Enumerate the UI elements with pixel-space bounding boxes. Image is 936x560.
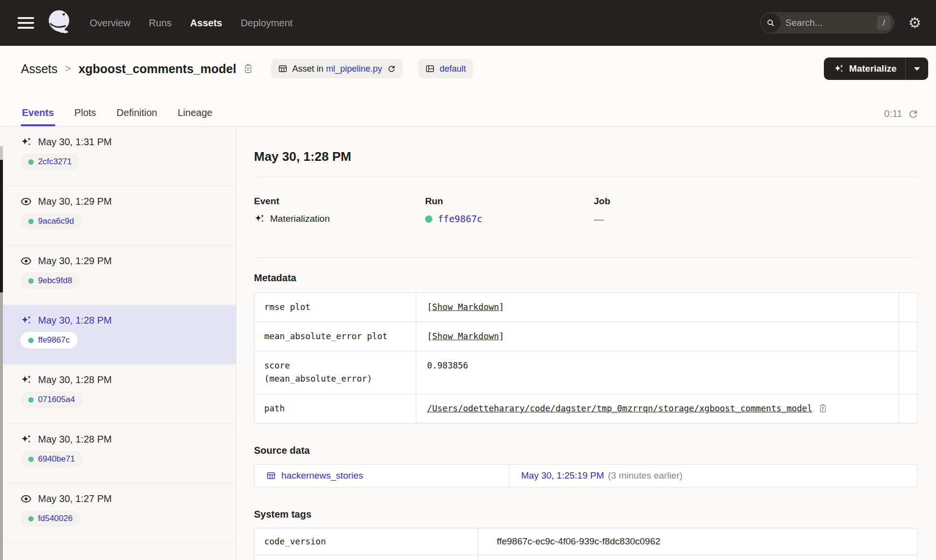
materialization-sparkle-icon [20, 434, 32, 445]
breadcrumb-assets-link[interactable]: Assets [21, 62, 58, 76]
event-list-item[interactable]: May 30, 1:28 PM 071605a4 [0, 365, 236, 424]
metadata-heading: Metadata [254, 272, 917, 284]
pipeline-file-link[interactable]: ml_pipeline.py [326, 64, 382, 74]
run-id-badge[interactable]: 6940be71 [20, 451, 83, 467]
top-nav: OverviewRunsAssetsDeployment / ⚙ [0, 0, 936, 46]
event-list-item[interactable]: May 30, 1:29 PM 9aca6c9d [0, 186, 236, 246]
asset-location-pill: Asset in ml_pipeline.py [271, 59, 403, 78]
spacer-cell [899, 351, 917, 394]
repository-pill[interactable]: default [418, 59, 473, 78]
event-time: May 30, 1:29 PM [38, 255, 112, 267]
event-column-label: Event [254, 196, 425, 207]
search-shortcut-key: / [877, 16, 891, 30]
spacer-cell [899, 394, 917, 423]
nav-item-overview[interactable]: Overview [90, 18, 130, 29]
breadcrumb-separator: > [65, 62, 71, 75]
event-list-item[interactable]: May 30, 1:29 PM 9ebc9fd8 [0, 246, 236, 305]
copy-asset-name-icon[interactable] [243, 63, 254, 74]
tab-definition[interactable]: Definition [116, 107, 158, 126]
dagster-logo[interactable] [46, 8, 73, 38]
search-box[interactable]: / [760, 12, 895, 34]
asset-header: Assets > xgboost_comments_model Asset in… [0, 46, 936, 127]
nav-item-runs[interactable]: Runs [149, 18, 172, 29]
tab-events[interactable]: Events [21, 107, 55, 126]
chevron-down-icon [914, 67, 920, 71]
run-id: fd540026 [38, 514, 73, 523]
run-id-badge[interactable]: 2cfc3271 [20, 154, 79, 170]
source-asset-link[interactable]: hackernews_stories [281, 470, 363, 481]
refresh-countdown: 0:11 [884, 108, 902, 119]
search-input[interactable] [785, 18, 877, 28]
asset-name: xgboost_comments_model [78, 62, 236, 76]
sparkle-icon [834, 64, 844, 74]
nav-item-deployment[interactable]: Deployment [241, 18, 293, 29]
event-title: May 30, 1:28 PM [254, 149, 917, 164]
run-id-link[interactable]: ffe9867c [438, 213, 483, 224]
run-id-badge[interactable]: 9aca6c9d [20, 213, 82, 230]
tab-lineage[interactable]: Lineage [176, 107, 213, 126]
source-time-link[interactable]: May 30, 1:25:19 PM [521, 470, 604, 481]
materialize-button[interactable]: Materialize [824, 58, 906, 80]
materialize-label: Materialize [849, 63, 897, 74]
run-id: 6940be71 [38, 454, 75, 464]
event-list-item[interactable]: May 30, 1:27 PM fd540026 [0, 483, 236, 543]
run-status-dot [28, 397, 34, 403]
table-grid-icon [278, 64, 288, 74]
event-list-item[interactable]: May 30, 1:31 PM 2cfc3271 [0, 127, 236, 186]
event-list-item[interactable]: May 30, 1:28 PM ffe9867c [0, 305, 236, 365]
event-time: May 30, 1:28 PM [38, 315, 112, 326]
run-status-dot [28, 278, 34, 284]
source-data-row: hackernews_stories May 30, 1:25:19 PM(3 … [254, 464, 917, 487]
materialize-button-group: Materialize [824, 58, 928, 80]
event-list-item[interactable]: May 30, 1:28 PM 6940be71 [0, 424, 236, 483]
path-link[interactable]: /Users/odetteharary/code/dagster/tmp_0mz… [427, 404, 812, 413]
refresh-icon[interactable] [908, 109, 918, 119]
run-id-badge[interactable]: 9ebc9fd8 [20, 272, 80, 289]
run-status-dot [425, 215, 432, 223]
run-column-label: Run [425, 196, 594, 207]
asset-location-text: Asset in ml_pipeline.py [292, 64, 382, 74]
run-id-badge[interactable]: ffe9867c [20, 332, 78, 348]
show-markdown-link[interactable]: Show Markdown [432, 302, 499, 312]
run-id: ffe9867c [38, 335, 70, 345]
event-time: May 30, 1:28 PM [38, 434, 112, 445]
repository-icon [425, 64, 435, 74]
show-markdown-link[interactable]: Show Markdown [432, 331, 499, 341]
metadata-row: mean_absolute_error plot [Show Markdown] [254, 322, 917, 351]
system-tags-heading: System tags [254, 509, 917, 520]
nav-item-assets[interactable]: Assets [190, 18, 222, 29]
materialization-sparkle-icon [254, 213, 265, 224]
metadata-row: rmse plot [Show Markdown] [254, 293, 917, 322]
run-id-badge[interactable]: fd540026 [20, 510, 80, 527]
job-value: — [594, 213, 917, 225]
event-time: May 30, 1:28 PM [38, 374, 112, 386]
auto-refresh: 0:11 [884, 108, 918, 126]
materialize-dropdown-button[interactable] [906, 58, 928, 80]
metadata-table: rmse plot [Show Markdown] mean_absolute_… [254, 292, 917, 424]
metadata-key: score (mean_absolute_error) [254, 351, 416, 394]
run-id: 9aca6c9d [38, 216, 74, 226]
run-status-dot [28, 159, 34, 165]
run-id: 9ebc9fd8 [38, 276, 72, 286]
tab-plots[interactable]: Plots [74, 107, 97, 126]
settings-gear-icon[interactable]: ⚙ [908, 16, 921, 30]
source-time-note: (3 minutes earlier) [608, 470, 682, 481]
event-list-sidebar: May 30, 1:31 PM 2cfc3271 May 30, 1:29 PM… [0, 127, 236, 560]
observation-eye-icon [20, 196, 32, 207]
metadata-row: score (mean_absolute_error) 0.983856 [254, 351, 917, 394]
copy-path-icon[interactable] [818, 404, 828, 413]
run-id: 2cfc3271 [38, 157, 72, 167]
repository-name[interactable]: default [440, 64, 466, 74]
job-column-label: Job [594, 196, 917, 207]
system-tag-key: code_version [254, 528, 478, 555]
spacer-cell [899, 293, 917, 322]
divider [254, 177, 917, 177]
materialization-sparkle-icon [20, 374, 32, 386]
metadata-key: path [254, 394, 416, 423]
divider [254, 257, 917, 258]
run-status-dot [28, 219, 34, 224]
reload-definitions-icon[interactable] [387, 64, 396, 73]
run-id-badge[interactable]: 071605a4 [20, 391, 83, 408]
hamburger-menu-icon[interactable] [18, 17, 34, 29]
system-tag-row [254, 555, 917, 560]
